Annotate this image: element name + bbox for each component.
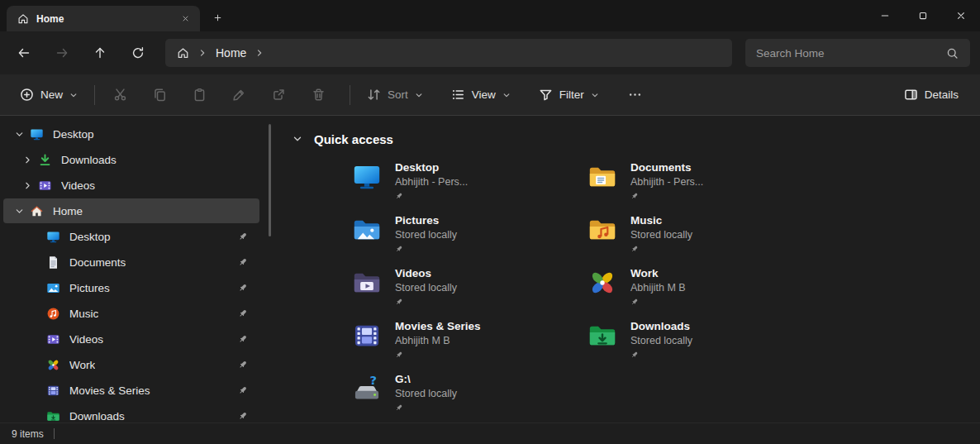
item-subtitle: Abhijith - Pers...	[630, 175, 703, 189]
quick-access-item-g[interactable]: ?G:\Stored locally	[352, 372, 588, 423]
quick-access-item-videos[interactable]: VideosStored locally	[352, 266, 588, 319]
statusbar-divider	[54, 428, 55, 439]
back-icon	[17, 46, 31, 60]
forward-button[interactable]	[46, 39, 78, 67]
quick-access-header[interactable]: Quick access	[293, 127, 980, 150]
copy-button[interactable]	[143, 80, 176, 110]
item-subtitle: Stored locally	[395, 228, 457, 241]
view-button[interactable]: View	[443, 80, 519, 110]
item-name: Music	[630, 213, 692, 227]
up-button[interactable]	[84, 39, 116, 67]
sidebar-item-work[interactable]: Work	[3, 352, 259, 377]
chevron-right-icon[interactable]	[18, 150, 36, 169]
work-icon	[46, 358, 60, 372]
filter-button[interactable]: Filter	[530, 80, 607, 110]
sidebar-item-music[interactable]: Music	[3, 301, 259, 326]
delete-icon	[312, 88, 326, 102]
videos-folder-icon	[352, 268, 382, 298]
sidebar-item-documents[interactable]: Documents	[3, 250, 259, 275]
downloads-icon	[38, 153, 52, 167]
music-icon	[46, 307, 60, 321]
back-button[interactable]	[8, 39, 40, 67]
tab-home[interactable]: Home	[7, 6, 200, 31]
pin-icon	[238, 308, 248, 318]
cut-button[interactable]	[103, 80, 136, 110]
sidebar-item-downloads[interactable]: Downloads	[3, 147, 259, 172]
music-folder-icon	[588, 215, 617, 245]
sidebar-item-desktop[interactable]: Desktop	[3, 122, 259, 146]
quick-access-item-downloads[interactable]: DownloadsStored locally	[588, 319, 823, 372]
quick-access-item-text: WorkAbhijith M B	[630, 266, 686, 309]
sidebar-item-pictures[interactable]: Pictures	[3, 275, 259, 300]
view-label: View	[472, 88, 496, 101]
sidebar-item-videos[interactable]: Videos	[3, 173, 259, 198]
quick-access-item-desktop[interactable]: DesktopAbhijith - Pers...	[352, 160, 588, 213]
quick-access-item-documents[interactable]: DocumentsAbhijith - Pers...	[588, 160, 823, 213]
share-button[interactable]	[262, 80, 295, 110]
quick-access-item-work[interactable]: WorkAbhijith M B	[588, 266, 823, 319]
close-button[interactable]	[942, 0, 980, 31]
status-bar: 9 items	[0, 423, 980, 444]
item-name: G:\	[395, 372, 457, 386]
titlebar[interactable]: Home	[0, 0, 980, 31]
details-pane-button[interactable]: Details	[896, 80, 967, 110]
desktop-icon	[352, 162, 382, 192]
home-icon[interactable]	[177, 47, 189, 60]
content-area: DesktopDownloadsVideosHomeDesktopDocumen…	[0, 116, 980, 423]
chevron-down-icon[interactable]	[10, 125, 28, 143]
new-button[interactable]: New	[12, 80, 86, 110]
desktop-icon	[30, 127, 44, 141]
sort-label: Sort	[388, 88, 408, 101]
rename-button[interactable]	[222, 80, 255, 110]
search-box[interactable]	[745, 39, 970, 67]
item-name: Documents	[630, 160, 703, 174]
pin-icon	[238, 283, 248, 293]
sidebar-item-home[interactable]: Home	[3, 198, 259, 223]
refresh-button[interactable]	[122, 39, 154, 67]
search-icon[interactable]	[942, 43, 962, 63]
filter-icon	[539, 88, 553, 102]
new-tab-button[interactable]	[207, 7, 228, 28]
quick-access-item-pictures[interactable]: PicturesStored locally	[352, 213, 588, 266]
sort-button[interactable]: Sort	[359, 80, 431, 110]
movies-icon	[46, 384, 60, 398]
chevron-down-icon[interactable]	[10, 202, 28, 220]
delete-button[interactable]	[302, 80, 335, 110]
chevron-right-icon[interactable]	[255, 49, 264, 57]
navigation-pane: DesktopDownloadsVideosHomeDesktopDocumen…	[0, 116, 274, 423]
tab-close-button[interactable]	[177, 11, 193, 27]
details-label: Details	[925, 88, 959, 101]
item-name: Work	[630, 266, 686, 280]
maximize-button[interactable]	[904, 0, 942, 31]
pin-icon	[630, 298, 639, 306]
minimize-button[interactable]	[866, 0, 904, 31]
breadcrumb-bar[interactable]: Home	[165, 39, 732, 67]
sidebar-scrollbar[interactable]	[269, 124, 271, 236]
item-subtitle: Stored locally	[395, 281, 457, 294]
search-input[interactable]	[756, 47, 942, 60]
maximize-icon	[918, 11, 928, 21]
desktop-icon	[46, 230, 60, 244]
quick-access-item-movies-series[interactable]: Movies & SeriesAbhijith M B	[352, 319, 588, 372]
paste-button[interactable]	[183, 80, 216, 110]
drive-icon: ?	[352, 374, 382, 403]
chevron-down-icon[interactable]	[293, 134, 302, 144]
close-icon	[182, 15, 189, 22]
sidebar-item-videos[interactable]: Videos	[3, 327, 259, 351]
sidebar-item-desktop[interactable]: Desktop	[3, 224, 259, 249]
more-options-button[interactable]	[619, 80, 652, 110]
sidebar-item-movies-series[interactable]: Movies & Series	[3, 378, 259, 403]
chevron-down-icon	[415, 91, 423, 99]
chevron-right-icon[interactable]	[198, 49, 207, 57]
item-subtitle: Abhijith - Pers...	[395, 175, 468, 189]
chevron-right-icon[interactable]	[18, 176, 36, 194]
breadcrumb-item-home[interactable]: Home	[216, 46, 246, 60]
toolbar-divider	[94, 85, 95, 105]
quick-access-item-music[interactable]: MusicStored locally	[588, 213, 823, 266]
chevron-down-icon	[69, 91, 78, 99]
pin-icon	[238, 385, 248, 395]
item-name: Movies & Series	[395, 319, 481, 333]
cut-icon	[113, 88, 127, 102]
quick-access-item-text: DocumentsAbhijith - Pers...	[630, 160, 703, 203]
sidebar-item-downloads[interactable]: Downloads	[3, 403, 259, 423]
